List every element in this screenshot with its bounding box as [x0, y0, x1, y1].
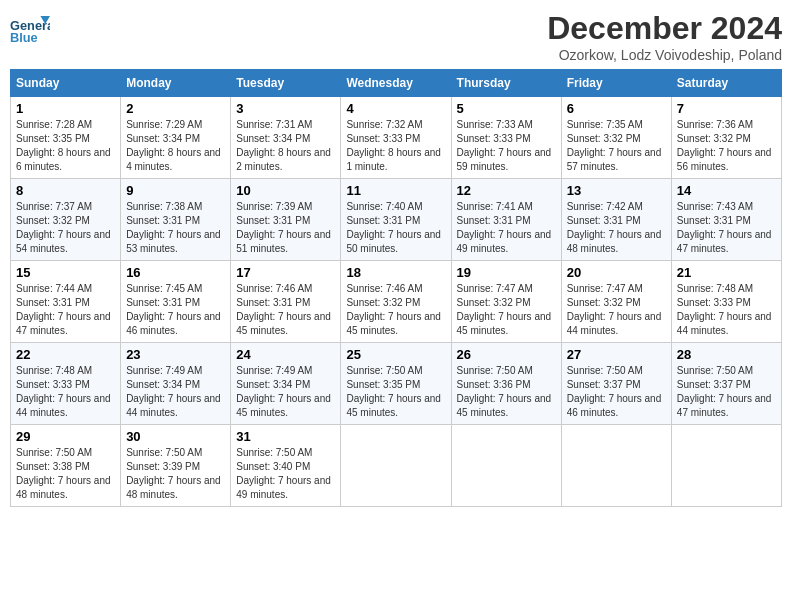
day-detail: Sunrise: 7:49 AM Sunset: 3:34 PM Dayligh… [126, 364, 225, 420]
day-number: 6 [567, 101, 666, 116]
calendar-cell: 9 Sunrise: 7:38 AM Sunset: 3:31 PM Dayli… [121, 179, 231, 261]
calendar-cell: 15 Sunrise: 7:44 AM Sunset: 3:31 PM Dayl… [11, 261, 121, 343]
day-number: 29 [16, 429, 115, 444]
day-detail: Sunrise: 7:50 AM Sunset: 3:39 PM Dayligh… [126, 446, 225, 502]
day-number: 20 [567, 265, 666, 280]
month-title: December 2024 [547, 10, 782, 47]
weekday-header-tuesday: Tuesday [231, 70, 341, 97]
calendar-cell: 12 Sunrise: 7:41 AM Sunset: 3:31 PM Dayl… [451, 179, 561, 261]
day-detail: Sunrise: 7:45 AM Sunset: 3:31 PM Dayligh… [126, 282, 225, 338]
day-detail: Sunrise: 7:44 AM Sunset: 3:31 PM Dayligh… [16, 282, 115, 338]
day-detail: Sunrise: 7:50 AM Sunset: 3:40 PM Dayligh… [236, 446, 335, 502]
calendar-cell: 1 Sunrise: 7:28 AM Sunset: 3:35 PM Dayli… [11, 97, 121, 179]
day-number: 27 [567, 347, 666, 362]
day-number: 8 [16, 183, 115, 198]
day-number: 18 [346, 265, 445, 280]
day-detail: Sunrise: 7:50 AM Sunset: 3:35 PM Dayligh… [346, 364, 445, 420]
day-number: 16 [126, 265, 225, 280]
day-detail: Sunrise: 7:28 AM Sunset: 3:35 PM Dayligh… [16, 118, 115, 174]
day-detail: Sunrise: 7:40 AM Sunset: 3:31 PM Dayligh… [346, 200, 445, 256]
weekday-header-monday: Monday [121, 70, 231, 97]
day-detail: Sunrise: 7:50 AM Sunset: 3:37 PM Dayligh… [677, 364, 776, 420]
day-number: 30 [126, 429, 225, 444]
calendar-table: SundayMondayTuesdayWednesdayThursdayFrid… [10, 69, 782, 507]
day-number: 21 [677, 265, 776, 280]
day-number: 24 [236, 347, 335, 362]
day-number: 1 [16, 101, 115, 116]
calendar-cell: 13 Sunrise: 7:42 AM Sunset: 3:31 PM Dayl… [561, 179, 671, 261]
calendar-cell: 31 Sunrise: 7:50 AM Sunset: 3:40 PM Dayl… [231, 425, 341, 507]
day-number: 9 [126, 183, 225, 198]
day-number: 19 [457, 265, 556, 280]
calendar-cell [671, 425, 781, 507]
day-detail: Sunrise: 7:49 AM Sunset: 3:34 PM Dayligh… [236, 364, 335, 420]
calendar-cell: 11 Sunrise: 7:40 AM Sunset: 3:31 PM Dayl… [341, 179, 451, 261]
day-detail: Sunrise: 7:38 AM Sunset: 3:31 PM Dayligh… [126, 200, 225, 256]
day-number: 15 [16, 265, 115, 280]
day-detail: Sunrise: 7:50 AM Sunset: 3:38 PM Dayligh… [16, 446, 115, 502]
weekday-header-thursday: Thursday [451, 70, 561, 97]
day-number: 28 [677, 347, 776, 362]
calendar-cell: 10 Sunrise: 7:39 AM Sunset: 3:31 PM Dayl… [231, 179, 341, 261]
calendar-cell: 21 Sunrise: 7:48 AM Sunset: 3:33 PM Dayl… [671, 261, 781, 343]
calendar-cell: 30 Sunrise: 7:50 AM Sunset: 3:39 PM Dayl… [121, 425, 231, 507]
day-detail: Sunrise: 7:50 AM Sunset: 3:36 PM Dayligh… [457, 364, 556, 420]
day-detail: Sunrise: 7:50 AM Sunset: 3:37 PM Dayligh… [567, 364, 666, 420]
calendar-cell: 20 Sunrise: 7:47 AM Sunset: 3:32 PM Dayl… [561, 261, 671, 343]
day-number: 3 [236, 101, 335, 116]
day-number: 2 [126, 101, 225, 116]
calendar-cell: 4 Sunrise: 7:32 AM Sunset: 3:33 PM Dayli… [341, 97, 451, 179]
calendar-cell: 22 Sunrise: 7:48 AM Sunset: 3:33 PM Dayl… [11, 343, 121, 425]
day-number: 4 [346, 101, 445, 116]
day-number: 25 [346, 347, 445, 362]
calendar-cell: 6 Sunrise: 7:35 AM Sunset: 3:32 PM Dayli… [561, 97, 671, 179]
day-detail: Sunrise: 7:31 AM Sunset: 3:34 PM Dayligh… [236, 118, 335, 174]
day-detail: Sunrise: 7:46 AM Sunset: 3:31 PM Dayligh… [236, 282, 335, 338]
day-number: 22 [16, 347, 115, 362]
calendar-cell: 19 Sunrise: 7:47 AM Sunset: 3:32 PM Dayl… [451, 261, 561, 343]
day-number: 14 [677, 183, 776, 198]
day-number: 26 [457, 347, 556, 362]
weekday-header-saturday: Saturday [671, 70, 781, 97]
day-detail: Sunrise: 7:47 AM Sunset: 3:32 PM Dayligh… [457, 282, 556, 338]
day-detail: Sunrise: 7:48 AM Sunset: 3:33 PM Dayligh… [677, 282, 776, 338]
weekday-header-sunday: Sunday [11, 70, 121, 97]
subtitle: Ozorkow, Lodz Voivodeship, Poland [547, 47, 782, 63]
day-number: 13 [567, 183, 666, 198]
calendar-cell: 27 Sunrise: 7:50 AM Sunset: 3:37 PM Dayl… [561, 343, 671, 425]
day-number: 17 [236, 265, 335, 280]
day-detail: Sunrise: 7:36 AM Sunset: 3:32 PM Dayligh… [677, 118, 776, 174]
calendar-cell: 14 Sunrise: 7:43 AM Sunset: 3:31 PM Dayl… [671, 179, 781, 261]
weekday-header-friday: Friday [561, 70, 671, 97]
day-detail: Sunrise: 7:47 AM Sunset: 3:32 PM Dayligh… [567, 282, 666, 338]
day-detail: Sunrise: 7:29 AM Sunset: 3:34 PM Dayligh… [126, 118, 225, 174]
weekday-header-wednesday: Wednesday [341, 70, 451, 97]
calendar-cell [451, 425, 561, 507]
calendar-cell: 17 Sunrise: 7:46 AM Sunset: 3:31 PM Dayl… [231, 261, 341, 343]
day-detail: Sunrise: 7:33 AM Sunset: 3:33 PM Dayligh… [457, 118, 556, 174]
calendar-cell: 16 Sunrise: 7:45 AM Sunset: 3:31 PM Dayl… [121, 261, 231, 343]
calendar-cell [341, 425, 451, 507]
calendar-cell: 24 Sunrise: 7:49 AM Sunset: 3:34 PM Dayl… [231, 343, 341, 425]
calendar-cell: 23 Sunrise: 7:49 AM Sunset: 3:34 PM Dayl… [121, 343, 231, 425]
calendar-cell [561, 425, 671, 507]
day-number: 10 [236, 183, 335, 198]
day-detail: Sunrise: 7:42 AM Sunset: 3:31 PM Dayligh… [567, 200, 666, 256]
day-number: 7 [677, 101, 776, 116]
title-block: December 2024 Ozorkow, Lodz Voivodeship,… [547, 10, 782, 63]
calendar-cell: 5 Sunrise: 7:33 AM Sunset: 3:33 PM Dayli… [451, 97, 561, 179]
calendar-cell: 18 Sunrise: 7:46 AM Sunset: 3:32 PM Dayl… [341, 261, 451, 343]
page-header: General Blue December 2024 Ozorkow, Lodz… [10, 10, 782, 63]
day-detail: Sunrise: 7:32 AM Sunset: 3:33 PM Dayligh… [346, 118, 445, 174]
calendar-cell: 2 Sunrise: 7:29 AM Sunset: 3:34 PM Dayli… [121, 97, 231, 179]
logo: General Blue [10, 10, 54, 50]
day-detail: Sunrise: 7:35 AM Sunset: 3:32 PM Dayligh… [567, 118, 666, 174]
calendar-cell: 3 Sunrise: 7:31 AM Sunset: 3:34 PM Dayli… [231, 97, 341, 179]
calendar-cell: 7 Sunrise: 7:36 AM Sunset: 3:32 PM Dayli… [671, 97, 781, 179]
day-number: 31 [236, 429, 335, 444]
day-detail: Sunrise: 7:37 AM Sunset: 3:32 PM Dayligh… [16, 200, 115, 256]
calendar-cell: 8 Sunrise: 7:37 AM Sunset: 3:32 PM Dayli… [11, 179, 121, 261]
calendar-cell: 29 Sunrise: 7:50 AM Sunset: 3:38 PM Dayl… [11, 425, 121, 507]
calendar-cell: 25 Sunrise: 7:50 AM Sunset: 3:35 PM Dayl… [341, 343, 451, 425]
day-number: 23 [126, 347, 225, 362]
